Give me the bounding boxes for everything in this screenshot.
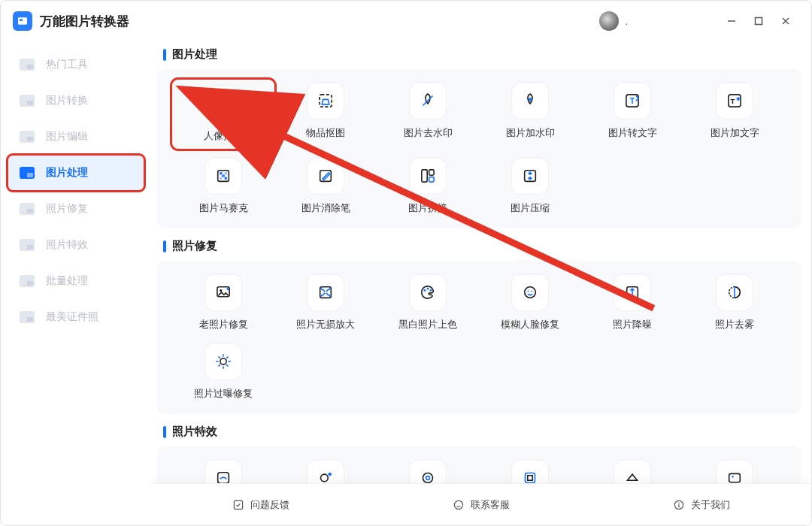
tool-face-restore[interactable]: 模糊人脸修复 [482,274,578,331]
sidebar-item-convert[interactable]: 图片转换 [8,83,144,118]
sidebar-item-label: 图片编辑 [46,130,88,144]
tool-exposure-fix[interactable]: 照片过曝修复 [175,343,271,401]
svg-point-63 [454,500,462,509]
sidebar-item-label: 热门工具 [46,58,88,71]
svg-point-57 [426,476,430,480]
tool-label: 图片马赛克 [199,201,248,215]
svg-point-39 [629,289,630,291]
panel-process: 人像抠图 物品抠图 图片去水印 图片加水印 T [157,69,801,228]
svg-rect-1 [20,19,23,21]
sidebar-item-hot-tools[interactable]: 热门工具 [8,47,144,82]
section-title-effects: 照片特效 [163,425,804,439]
footer-about[interactable]: 关于我们 [591,498,811,512]
effect-1-icon [205,460,241,483]
footer-support[interactable]: 联系客服 [371,498,592,512]
sidebar-item-id-photo[interactable]: 最美证件照 [8,300,144,334]
svg-point-30 [220,289,222,292]
tool-restore-old[interactable]: 老照片修复 [175,274,271,331]
svg-point-40 [635,294,636,295]
sidebar-item-effects[interactable]: 照片特效 [8,228,144,262]
tool-label: 照片降噪 [613,318,652,331]
svg-line-51 [219,364,220,366]
tool-effect-1[interactable] [175,460,271,483]
footer-feedback[interactable]: 问题反馈 [151,498,371,512]
tool-dehaze[interactable]: 照片去雾 [686,274,783,331]
effect-6-icon [717,460,753,483]
tool-portrait-cutout[interactable]: 人像抠图 [175,83,271,146]
minimize-button[interactable] [718,11,745,32]
sidebar-item-process[interactable]: 图片处理 [8,156,144,190]
sidebar: 热门工具 图片转换 图片编辑 图片处理 照片修复 照片特效 批量处理 最美证件照 [1,41,151,525]
app-logo [13,11,32,31]
tool-mosaic[interactable]: 图片马赛克 [175,158,271,215]
ocr-icon: T [614,83,650,119]
svg-point-66 [678,502,680,503]
svg-line-49 [226,364,228,366]
tool-add-text[interactable]: T 图片加文字 [686,83,783,146]
collage-icon [410,158,446,194]
maximize-button[interactable] [745,11,772,32]
footer-bar: 问题反馈 联系客服 关于我们 [151,483,811,525]
effect-3-icon [410,460,446,483]
avatar[interactable] [599,11,619,31]
tool-effect-3[interactable] [380,460,476,483]
sidebar-item-edit[interactable]: 图片编辑 [8,119,144,154]
support-icon [453,499,465,511]
svg-rect-58 [526,473,535,483]
svg-rect-3 [756,18,762,25]
tool-compress[interactable]: 图片压缩 [482,158,578,215]
svg-text:T: T [731,97,735,105]
svg-text:T: T [630,96,635,105]
tool-label: 图片加文字 [710,126,759,140]
compress-icon [512,158,548,194]
sidebar-item-label: 最美证件照 [46,310,98,324]
tool-effect-6[interactable] [686,460,783,483]
tool-ocr[interactable]: T 图片转文字 [584,83,680,146]
remove-watermark-icon [410,83,446,119]
svg-point-56 [423,473,433,483]
tool-label: 黑白照片上色 [398,318,457,331]
svg-point-32 [423,289,426,292]
face-restore-icon [512,274,548,310]
tool-object-cutout[interactable]: 物品抠图 [277,83,374,146]
sidebar-item-label: 图片转换 [46,94,88,107]
section-title-repair: 照片修复 [163,239,804,253]
svg-rect-19 [220,172,222,174]
svg-rect-25 [422,170,427,182]
tool-eraser-pen[interactable]: 图片消除笔 [277,158,374,215]
footer-label: 联系客服 [471,498,510,512]
tool-add-watermark[interactable]: 图片加水印 [482,83,578,146]
svg-point-43 [220,358,226,364]
svg-line-50 [226,357,228,358]
sidebar-item-repair[interactable]: 照片修复 [8,192,144,226]
portrait-cutout-icon [205,86,241,122]
effect-2-icon [308,460,344,483]
svg-point-61 [732,476,733,477]
sidebar-item-label: 批量处理 [46,274,88,288]
tool-upscale[interactable]: 照片无损放大 [277,274,374,331]
svg-rect-27 [429,177,435,183]
sidebar-item-batch[interactable]: 批量处理 [8,264,144,298]
footer-label: 关于我们 [691,498,730,512]
tool-label: 图片消除笔 [301,201,350,215]
sidebar-item-label: 照片特效 [46,238,88,252]
close-button[interactable] [772,11,799,32]
svg-point-36 [528,290,529,292]
footer-label: 问题反馈 [250,498,289,512]
dehaze-icon [717,274,753,310]
tool-denoise[interactable]: 照片降噪 [584,274,680,331]
tool-effect-2[interactable] [277,460,374,483]
tool-colorize[interactable]: 黑白照片上色 [380,274,476,331]
tool-remove-watermark[interactable]: 图片去水印 [380,83,476,146]
tool-label: 物品抠图 [306,126,345,140]
title-bar: 万能图片转换器 . [1,1,811,41]
tool-collage[interactable]: 图片拼接 [380,158,476,215]
panel-effects [157,446,801,483]
add-text-icon: T [717,83,753,119]
app-title: 万能图片转换器 [40,13,129,30]
tool-effect-4[interactable] [482,460,578,483]
svg-rect-59 [528,476,533,481]
sidebar-item-label: 照片修复 [46,202,88,216]
tool-effect-5[interactable] [584,460,680,483]
tool-label: 照片去雾 [715,318,754,331]
